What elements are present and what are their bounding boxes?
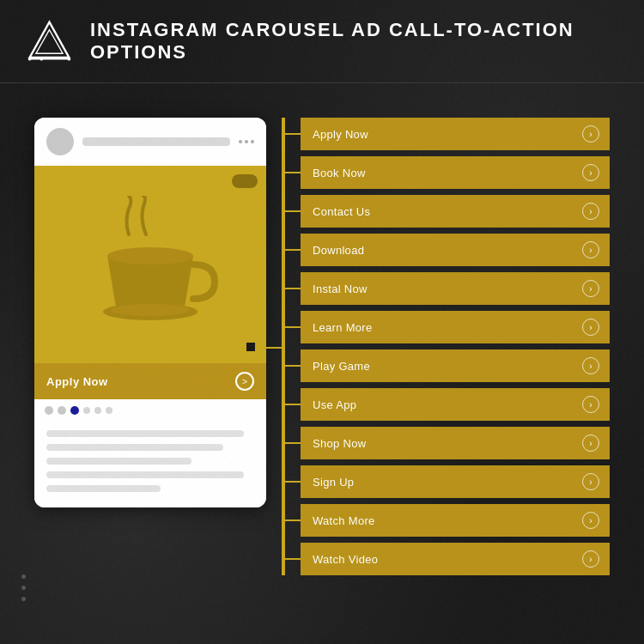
decorative-dot	[21, 586, 26, 590]
cta-item-watch-video[interactable]: Watch Video›	[301, 543, 610, 575]
avatar	[46, 128, 74, 155]
cta-label-instal-now: Instal Now	[313, 283, 368, 295]
cta-arrow-contact-us: ›	[582, 203, 599, 220]
cta-label-sign-up: Sign Up	[313, 476, 354, 489]
logo	[26, 15, 73, 67]
cta-item-download[interactable]: Download›	[301, 234, 610, 266]
cta-arrow-shop-now: ›	[582, 434, 599, 452]
phone-cta-label: Apply Now	[46, 375, 108, 388]
cta-section: Apply Now›Book Now›Contact Us›Download›I…	[301, 118, 610, 575]
cta-label-apply-now: Apply Now	[313, 128, 368, 141]
svg-marker-0	[30, 21, 70, 57]
svg-point-8	[107, 247, 193, 264]
cta-label-watch-more: Watch More	[313, 514, 375, 527]
phone-header	[34, 118, 266, 166]
menu-dots	[239, 140, 254, 143]
content-bar	[46, 458, 191, 465]
cta-arrow-use-app: ›	[582, 396, 599, 413]
cta-item-contact-us[interactable]: Contact Us›	[301, 195, 610, 228]
header: INSTAGRAM CAROUSEL AD CALL-TO-ACTION OPT…	[0, 0, 644, 83]
post-image	[34, 166, 266, 363]
toggle-switch	[232, 174, 258, 188]
carousel-dot	[58, 406, 66, 415]
cta-arrow-download: ›	[582, 241, 599, 258]
decorative-dot	[21, 597, 26, 601]
cta-item-watch-more[interactable]: Watch More›	[301, 504, 610, 537]
main-content: Apply Now >	[0, 83, 644, 641]
svg-marker-1	[36, 29, 63, 53]
decorative-dot	[21, 574, 26, 579]
cta-arrow-play-game: ›	[582, 357, 599, 374]
cta-arrow-watch-video: ›	[582, 550, 599, 568]
cta-label-download: Download	[313, 244, 364, 257]
cta-arrow-apply-now: ›	[582, 125, 599, 143]
cta-list: Apply Now›Book Now›Contact Us›Download›I…	[301, 118, 610, 575]
cta-arrow-watch-more: ›	[582, 512, 599, 529]
carousel-dots	[34, 399, 266, 422]
connector-box	[245, 341, 257, 353]
content-bar	[46, 444, 223, 451]
username-bar	[82, 137, 230, 146]
cta-item-apply-now[interactable]: Apply Now›	[301, 118, 610, 150]
carousel-dot-active	[70, 406, 79, 415]
cta-item-instal-now[interactable]: Instal Now›	[301, 272, 610, 305]
cta-arrow-sign-up: ›	[582, 473, 599, 490]
content-bar	[46, 485, 161, 492]
carousel-dot	[106, 407, 112, 414]
phone-cta-arrow: >	[235, 372, 254, 391]
phone-mockup: Apply Now >	[34, 118, 266, 507]
cta-item-use-app[interactable]: Use App›	[301, 388, 610, 421]
cta-label-learn-more: Learn More	[313, 321, 372, 334]
coffee-cup-icon	[82, 196, 219, 333]
cta-item-shop-now[interactable]: Shop Now›	[301, 427, 610, 459]
content-bar	[46, 471, 244, 478]
dot-1	[239, 140, 242, 143]
cta-item-sign-up[interactable]: Sign Up›	[301, 465, 610, 498]
cta-arrow-learn-more: ›	[582, 319, 599, 336]
dot-3	[251, 140, 254, 143]
page-title: INSTAGRAM CAROUSEL AD CALL-TO-ACTION OPT…	[90, 19, 618, 64]
cta-label-shop-now: Shop Now	[313, 437, 366, 450]
cta-label-watch-video: Watch Video	[313, 553, 378, 566]
phone-content	[34, 422, 266, 507]
dot-2	[245, 140, 248, 143]
cta-item-play-game[interactable]: Play Game›	[301, 349, 610, 382]
cta-item-book-now[interactable]: Book Now›	[301, 156, 610, 189]
content-bar	[46, 430, 244, 437]
carousel-dot	[45, 406, 53, 415]
decorative-dots	[21, 574, 26, 601]
svg-point-4	[40, 57, 44, 60]
cta-label-book-now: Book Now	[313, 167, 366, 179]
svg-point-5	[68, 57, 71, 60]
carousel-dot	[83, 407, 90, 414]
phone-cta-bar: Apply Now >	[34, 363, 266, 399]
cta-item-learn-more[interactable]: Learn More›	[301, 311, 610, 343]
cta-label-contact-us: Contact Us	[313, 205, 370, 218]
svg-point-7	[112, 304, 189, 316]
cta-arrow-instal-now: ›	[582, 280, 599, 297]
cta-label-use-app: Use App	[313, 398, 356, 411]
cta-label-play-game: Play Game	[313, 360, 370, 373]
cta-arrow-book-now: ›	[582, 164, 599, 181]
carousel-dot	[94, 407, 101, 414]
svg-point-3	[28, 57, 32, 60]
